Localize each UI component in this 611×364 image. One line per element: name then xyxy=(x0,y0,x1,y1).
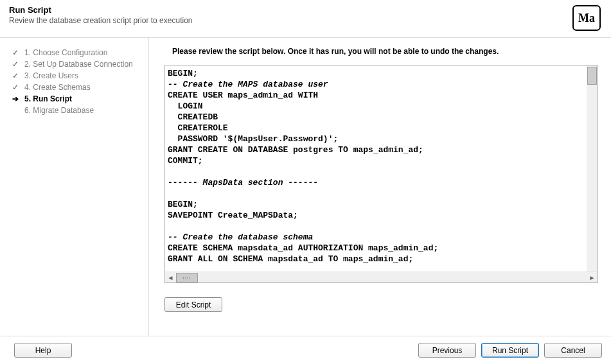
scroll-left-icon[interactable]: ◄ xyxy=(165,272,176,283)
horizontal-scroll-thumb[interactable]: ıııı xyxy=(176,273,198,282)
step-create-users[interactable]: 3. Create Users xyxy=(10,70,142,82)
check-icon xyxy=(10,60,21,69)
step-label: 6. Migrate Database xyxy=(24,106,94,115)
step-setup-db-connection[interactable]: 2. Set Up Database Connection xyxy=(10,58,142,70)
scroll-right-icon[interactable]: ► xyxy=(587,272,598,283)
horizontal-scrollbar[interactable]: ◄ ıııı ► xyxy=(165,272,598,282)
check-icon xyxy=(10,48,21,57)
step-choose-configuration[interactable]: 1. Choose Configuration xyxy=(10,47,142,58)
horizontal-scroll-track[interactable]: ıııı xyxy=(176,272,587,283)
script-scroll-area[interactable]: BEGIN; -- Create the MAPS database user … xyxy=(165,65,598,272)
steps-sidebar: 1. Choose Configuration 2. Set Up Databa… xyxy=(0,38,149,336)
step-label: 4. Create Schemas xyxy=(24,83,91,92)
wizard-body: 1. Choose Configuration 2. Set Up Databa… xyxy=(0,38,611,336)
script-text: BEGIN; -- Create the MAPS database user … xyxy=(165,65,598,272)
wizard-window: Run Script Review the database creation … xyxy=(0,0,611,364)
step-label: 2. Set Up Database Connection xyxy=(24,60,133,69)
check-icon xyxy=(10,83,21,92)
help-button[interactable]: Help xyxy=(14,343,72,358)
vertical-scroll-thumb[interactable] xyxy=(587,67,597,85)
step-label: 5. Run Script xyxy=(24,94,72,103)
page-title: Run Script xyxy=(9,5,193,15)
step-create-schemas[interactable]: 4. Create Schemas xyxy=(10,82,142,93)
arrow-right-icon xyxy=(10,94,21,103)
scrollbar-corner xyxy=(587,261,598,272)
step-migrate-database[interactable]: 6. Migrate Database xyxy=(10,105,142,116)
vertical-scrollbar[interactable] xyxy=(587,65,598,261)
check-icon xyxy=(10,71,21,80)
previous-button[interactable]: Previous xyxy=(418,343,476,358)
instruction-text: Please review the script below. Once it … xyxy=(164,47,598,56)
run-script-button[interactable]: Run Script xyxy=(481,343,539,358)
cancel-button[interactable]: Cancel xyxy=(544,343,602,358)
step-label: 1. Choose Configuration xyxy=(24,48,107,57)
script-viewer: BEGIN; -- Create the MAPS database user … xyxy=(164,65,598,283)
wizard-header: Run Script Review the database creation … xyxy=(0,0,611,38)
main-content: Please review the script below. Once it … xyxy=(149,38,611,336)
wizard-footer: Help Previous Run Script Cancel xyxy=(0,336,611,364)
step-label: 3. Create Users xyxy=(24,71,78,80)
step-run-script[interactable]: 5. Run Script xyxy=(10,93,142,105)
app-logo-icon: Ma xyxy=(572,5,601,31)
page-subtitle: Review the database creation script prio… xyxy=(9,16,193,25)
edit-script-button[interactable]: Edit Script xyxy=(164,297,222,312)
